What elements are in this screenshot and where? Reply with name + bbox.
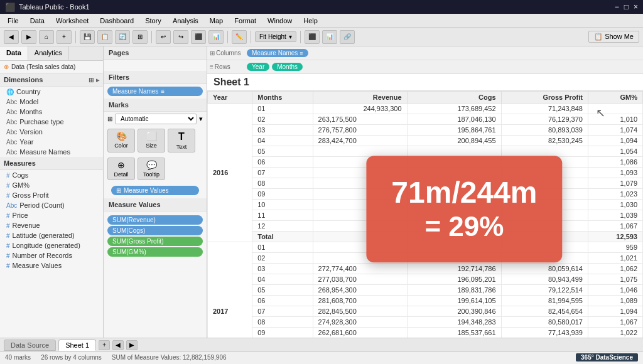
marks-type-select[interactable]: Automatic [115,114,197,124]
overlay-line1: 71m/244m [391,174,537,211]
abc-icon-measure-names: Abc [6,149,17,156]
table-row: 06 281,608,700 199,614,105 81,994,595 1,… [208,296,643,306]
sum-revenue-pill[interactable]: SUM(Revenue) [107,215,203,225]
menu-story[interactable]: Story [140,16,166,26]
prev-sheet-button[interactable]: ◀ [112,340,124,350]
toolbar-btn-4[interactable]: ⊞ [132,30,148,44]
toolbar-btn-8[interactable]: 📊 [208,30,224,44]
next-sheet-button[interactable]: ▶ [126,340,138,350]
toolbar-btn-5[interactable]: ↩ [156,30,171,44]
sum-gm-pill[interactable]: SUM(GM%) [107,247,203,257]
menu-map[interactable]: Map [205,16,228,26]
menu-analysis[interactable]: Analysis [168,16,203,26]
measure-values-pill[interactable]: ⊞ Measure Values [111,186,199,195]
measure-price[interactable]: #Price [0,210,103,220]
save-button[interactable]: 💾 [80,30,95,44]
months-pill[interactable]: Months [272,63,303,71]
marks-dropdown-icon[interactable]: ▾ [199,115,203,123]
measure-period[interactable]: AbcPeriod (Count) [0,200,103,210]
col-revenue: Revenue [313,92,407,104]
sum-gross-profit-pill[interactable]: SUM(Gross Profit) [107,237,203,246]
maximize-button[interactable]: □ [624,3,629,11]
menu-help[interactable]: Help [298,16,323,26]
menu-data[interactable]: Data [25,16,50,26]
tab-data[interactable]: Data [0,46,28,60]
measure-gm[interactable]: #GM% [0,180,103,190]
menu-format[interactable]: Format [229,16,261,26]
toolbar-btn-7[interactable]: ⬛ [191,30,206,44]
forward-button[interactable]: ▶ [21,30,36,44]
menu-file[interactable]: File [3,16,24,26]
measure-cogs[interactable]: #Cogs [0,170,103,180]
minimize-button[interactable]: − [615,3,619,11]
mv-label: Measure Values [124,187,169,194]
menu-bar: File Data Worksheet Dashboard Story Anal… [0,14,643,28]
app-icon: ⬛ [5,3,15,12]
measure-names-pill[interactable]: Measure Names ≡ [247,49,308,57]
color-button[interactable]: 🎨 Color [107,129,135,153]
dim-months[interactable]: AbcMonths [0,107,103,117]
text-button[interactable]: T Text [168,129,195,153]
close-button[interactable]: × [634,3,638,11]
measure-latitude[interactable]: #Latitude (generated) [0,230,103,240]
menu-window[interactable]: Window [262,16,297,26]
toolbar-btn-6[interactable]: ↪ [173,30,188,44]
toolbar-btn-11[interactable]: 📊 [322,30,337,44]
filter-measure-names[interactable]: Measure Names ≡ [107,87,203,96]
measure-gross-profit[interactable]: #Gross Profit [0,190,103,200]
dim-model[interactable]: AbcModel [0,97,103,107]
hash-icon-records: # [6,252,10,259]
rows-grid-icon: ≡ [210,63,213,70]
months-shelf-label: Months [277,63,298,70]
pages-title: Pages [104,46,207,60]
dimensions-header: Dimensions ⊞ ▸ [0,73,103,87]
dimensions-grid-icon[interactable]: ⊞ [89,77,94,83]
add-button[interactable]: + [57,30,72,44]
abc-icon-model: Abc [6,99,17,105]
data-table-wrapper[interactable]: Year Months Revenue Cogs Gross Profit GM… [207,91,643,338]
dim-purchase-type[interactable]: AbcPurchase type [0,117,103,127]
tooltip-button[interactable]: 💬 Tooltip [138,158,165,180]
toolbar-btn-3[interactable]: 🔄 [115,30,130,44]
toolbar-btn-10[interactable]: ⬛ [305,30,320,44]
separator-3 [227,31,228,43]
text-icon: T [178,131,185,142]
tab-analytics[interactable]: Analytics [28,46,69,60]
separator-4 [251,31,251,43]
sheet1-tab[interactable]: Sheet 1 [58,340,96,351]
menu-worksheet[interactable]: Worksheet [51,16,94,26]
dim-version[interactable]: AbcVersion [0,127,103,137]
title-bar: ⬛ Tableau Public - Book1 − □ × [0,0,643,14]
tooltip-icon: 💬 [146,160,157,170]
dim-measure-names[interactable]: AbcMeasure Names [0,147,103,157]
col-gm: GM% [588,92,642,104]
back-button[interactable]: ◀ [4,30,19,44]
show-me-button[interactable]: 📋 Show Me [588,31,639,43]
measure-longitude[interactable]: #Longitude (generated) [0,240,103,250]
toolbar-btn-2[interactable]: 📋 [97,30,112,44]
home-button[interactable]: ⌂ [39,30,54,44]
sum-cogs-pill[interactable]: SUM(Cogs) [107,226,203,235]
fit-height-dropdown[interactable]: Fit Height ▾ [255,31,296,42]
size-button[interactable]: ⬜ Size [138,129,165,153]
dimensions-search-icon[interactable]: ▸ [96,77,99,83]
menu-dashboard[interactable]: Dashboard [95,16,139,26]
table-row: 03 272,774,400 192,714,786 80,059,614 1,… [208,264,643,274]
share-button[interactable]: 🔗 [340,30,355,44]
columns-label: ⊞ Columns [210,50,244,56]
measure-values[interactable]: #Measure Values [0,260,103,270]
overlay-line2: = 29% [391,210,537,244]
dim-year[interactable]: AbcYear [0,137,103,147]
detail-button[interactable]: ⊕ Detail [107,158,135,180]
measure-values-title: Measure Values [104,198,207,211]
year-pill[interactable]: Year [247,63,269,71]
toolbar-btn-9[interactable]: ✏️ [232,30,247,44]
dim-country[interactable]: 🌐Country [0,87,103,97]
table-row: 07 282,845,500 200,390,846 82,454,654 1,… [208,306,643,317]
measure-names-shelf-icon: ≡ [300,50,303,56]
measure-revenue[interactable]: #Revenue [0,220,103,230]
data-source-row[interactable]: ⊕ Data (Tesla sales data) [0,61,103,73]
add-sheet-button[interactable]: + [99,340,110,350]
measure-num-records[interactable]: #Number of Records [0,250,103,260]
datasource-tab[interactable]: Data Source [4,340,56,351]
